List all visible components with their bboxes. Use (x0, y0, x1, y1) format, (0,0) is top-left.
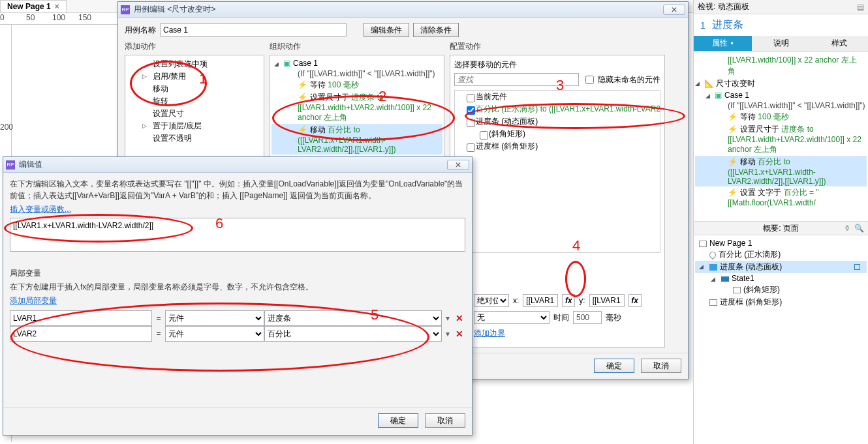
page-icon[interactable]: ▤ (857, 3, 864, 12)
breadcrumb-index: 1 (700, 20, 705, 31)
fx-y-button[interactable]: fx (628, 294, 642, 307)
action-settext[interactable]: ⚡设置 文字于 百分比 = "[[Math.floor(LVAR1.width/ (695, 186, 867, 208)
outline-item[interactable]: ◢进度条 (动态面板) (695, 261, 867, 273)
app-icon: RP (121, 5, 130, 14)
annotation-4: 4 (572, 237, 580, 254)
close-button[interactable]: ✕ (447, 160, 469, 170)
var-target-select[interactable]: 进度条 (264, 310, 442, 326)
tab-notes[interactable]: 说明 (752, 36, 810, 52)
local-var-row: = 元件 百分比 ▾ ✕ (10, 326, 465, 342)
outline-tree[interactable]: New Page 1 百分比 (正水滴形) ◢进度条 (动态面板) ◢State… (694, 235, 868, 444)
filter-icon[interactable]: ⚱ (844, 224, 850, 233)
dialog-titlebar[interactable]: RP 用例编辑 <尺寸改变时> ✕ (118, 2, 688, 18)
add-local-var-link[interactable]: 添加局部变量 (10, 296, 57, 305)
action-setsize[interactable]: ⚡设置尺寸于 进度条 to [[LVAR1.width+LVAR2.width/… (695, 123, 867, 156)
y-input[interactable] (589, 294, 625, 307)
local-var-header: 局部变量 (10, 268, 465, 279)
var-target-select[interactable]: 百分比 (264, 326, 442, 342)
outline-title: 概要: 页面 (763, 223, 799, 234)
event-node[interactable]: ◢📐 尺寸改变时 (695, 78, 867, 90)
annotation-5: 5 (371, 306, 379, 323)
time-label: 时间 (553, 312, 569, 323)
app-icon: RP (6, 160, 15, 170)
close-button[interactable]: ✕ (663, 5, 685, 15)
fx-x-button[interactable]: fx (562, 294, 575, 307)
edit-condition-button[interactable]: 编辑条件 (364, 23, 409, 37)
case-name-label: 用例名称 (125, 25, 156, 36)
action-move[interactable]: ⚡移动 百分比 to ([[LVAR1.x+LVAR1.width-LVAR2.… (695, 156, 867, 186)
action-wait[interactable]: ⚡等待 100 毫秒 (695, 111, 867, 123)
action-item[interactable]: 移动 (127, 83, 262, 95)
close-icon[interactable]: × (55, 2, 59, 11)
inspector-title: 检视: 动态面板 (698, 1, 749, 12)
action-item[interactable]: 设置列表选中项 (127, 58, 262, 70)
y-label: y: (579, 296, 585, 305)
breadcrumb-title: 进度条 (712, 18, 743, 32)
dialog-titlebar[interactable]: RP 编辑值 ✕ (3, 157, 472, 173)
hide-unnamed-checkbox[interactable]: 隐藏未命名的元件 (583, 74, 660, 86)
widget-option[interactable]: (斜角矩形) (455, 128, 660, 140)
page-tab[interactable]: New Page 1 × (0, 0, 67, 12)
interaction-tree[interactable]: [[LVAR1.width/100]] x 22 anchor 左上角 ◢📐 尺… (694, 52, 868, 221)
case-name-input[interactable] (160, 23, 347, 37)
tab-properties[interactable]: 属性• (694, 36, 752, 52)
action-item[interactable]: 设置不透明 (127, 132, 262, 145)
action-item[interactable]: ▷启用/禁用 (127, 70, 262, 83)
var-name-input[interactable] (10, 326, 152, 342)
expression-input[interactable]: [[LVAR1.x+LVAR1.width-LVAR2.width/2]] (10, 218, 465, 252)
outline-item[interactable]: 进度框 (斜角矩形) (695, 296, 867, 308)
outline-item[interactable]: (斜角矩形) (695, 284, 867, 296)
move-mode-select[interactable]: 绝对位 (474, 294, 509, 307)
add-boundary-link[interactable]: 添加边界 (474, 328, 505, 339)
delete-icon[interactable]: ✕ (454, 326, 465, 342)
case-node[interactable]: ◢▣Case 1 (271, 58, 442, 68)
select-widget-label: 选择要移动的元件 (454, 59, 660, 70)
x-input[interactable] (523, 294, 558, 307)
condition-node: (If "[[LVAR1.width]]" < "[[LVAR1.width]]… (271, 68, 442, 79)
organize-actions-header: 组织动作 (270, 41, 444, 52)
ms-label: 毫秒 (606, 312, 621, 323)
cancel-button[interactable]: 取消 (641, 359, 681, 373)
outline-item[interactable]: ◢State1 (695, 273, 867, 284)
time-input (573, 311, 602, 324)
action-item[interactable]: 设置尺寸 (127, 108, 262, 120)
insert-var-link[interactable]: 插入变量或函数... (10, 205, 71, 214)
chevron-down-icon[interactable]: ▾ (442, 326, 454, 342)
var-type-select[interactable]: 元件 (165, 326, 264, 342)
anim-select[interactable]: 无 (474, 311, 550, 324)
outline-item[interactable]: 百分比 (正水滴形) (695, 248, 867, 261)
page-tab-label: New Page 1 (7, 2, 51, 11)
action-item[interactable]: ▷置于顶层/底层 (127, 120, 262, 132)
case-node[interactable]: ◢▣Case 1 (695, 90, 867, 100)
action-move[interactable]: ⚡移动 百分比 to ([[LVAR1.x+LVAR1.width-LVAR2.… (271, 124, 442, 155)
cancel-button[interactable]: 取消 (425, 413, 465, 428)
annotation-3: 3 (556, 77, 564, 94)
widget-option[interactable]: 百分比 (正水滴形) to ([[LVAR1.x+LVAR1.width-LVA… (455, 103, 660, 115)
x-label: x: (513, 296, 519, 305)
action-item[interactable]: 旋转 (127, 95, 262, 108)
edit-value-dialog: RP 编辑值 ✕ 在下方编辑区输入文本，变量名称或表达式要写在 "[["]]" … (3, 156, 473, 436)
delete-icon[interactable]: ✕ (454, 310, 465, 326)
var-type-select[interactable]: 元件 (165, 310, 264, 326)
ok-button[interactable]: 确定 (378, 413, 418, 428)
outline-item[interactable]: New Page 1 (695, 238, 867, 248)
annotation-2: 2 (379, 88, 386, 105)
ruler-horizontal: 050100150 (0, 13, 117, 25)
widget-option[interactable]: 进度框 (斜角矩形) (455, 140, 660, 153)
chevron-down-icon[interactable]: ▾ (442, 310, 454, 326)
action-wait[interactable]: ⚡等待 100 毫秒 (271, 79, 442, 91)
dialog-title: 用例编辑 <尺寸改变时> (134, 4, 215, 15)
clear-condition-button[interactable]: 清除条件 (413, 23, 459, 37)
configure-action-header: 配置动作 (450, 41, 665, 52)
search-icon[interactable]: 🔍 (854, 224, 864, 233)
local-var-help: 在下方创建用于插入fx的局部变量，局部变量名称必须是字母、数字，不允许包含空格。 (10, 282, 465, 293)
widget-checklist[interactable]: 当前元件 百分比 (正水滴形) to ([[LVAR1.x+LVAR1.widt… (454, 90, 660, 253)
widget-option[interactable]: 进度条 (动态面板) (455, 115, 660, 128)
ok-button[interactable]: 确定 (594, 359, 634, 373)
tab-style[interactable]: 样式 (810, 36, 868, 52)
annotation-1: 1 (199, 70, 207, 87)
inspector-panel: 检视: 动态面板 ▤ 1 进度条 属性• 说明 样式 [[LVAR1.width… (693, 0, 868, 444)
dialog-title: 编辑值 (19, 159, 42, 170)
action-setsize[interactable]: ⚡设置尺寸于 进度条 to [[LVAR1.width+LVAR2.width/… (271, 91, 442, 124)
var-name-input[interactable] (10, 310, 152, 326)
